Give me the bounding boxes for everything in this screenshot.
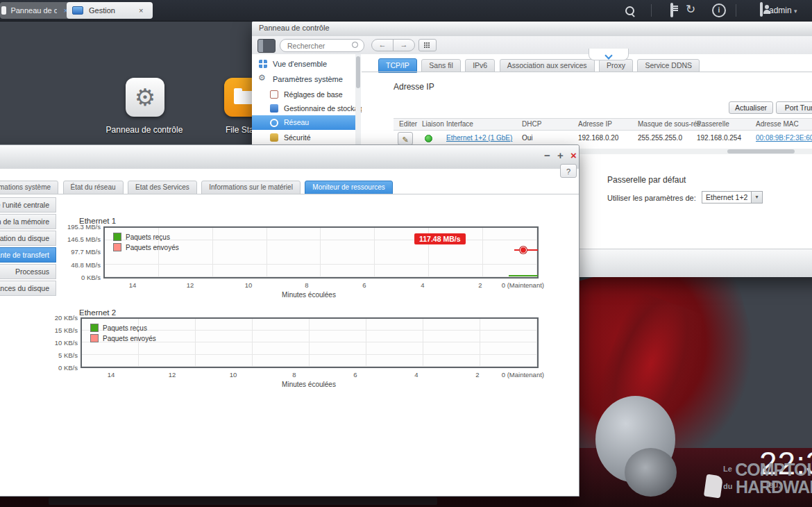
pencil-icon: ✎: [402, 135, 408, 144]
tab-moniteur-ressources[interactable]: Moniteur de ressources: [305, 181, 393, 194]
tab-proxy[interactable]: Proxy: [599, 59, 633, 72]
col-dhcp[interactable]: DHCP: [522, 120, 541, 128]
storage-icon: [270, 104, 278, 113]
sidebar-toggle-button[interactable]: [257, 39, 276, 53]
tab-service-ddns[interactable]: Service DDNS: [637, 59, 700, 72]
sidebar-item-parametres-systeme[interactable]: ⚙ Paramètres système: [252, 72, 356, 86]
rm-sidebar-item-processus[interactable]: Processus: [0, 264, 56, 279]
minimize-button[interactable]: −: [544, 149, 550, 161]
legend-label-envoyes: Paquets envoyés: [126, 244, 179, 251]
user-menu[interactable]: admin ▾: [769, 6, 797, 15]
tab-association-services[interactable]: Association aux services: [500, 59, 595, 72]
chart1-plot-area: Paquets reçus Paquets envoyés 117.48 MB/…: [103, 226, 539, 279]
search-icon[interactable]: [625, 6, 634, 15]
grid-view-button[interactable]: [418, 39, 437, 51]
folder-icon: [234, 91, 253, 104]
port-trunking-button[interactable]: Port Trunking: [776, 101, 812, 114]
rm-sidebar-item-cpu[interactable]: Utilisation de l'unité centrale: [0, 197, 56, 213]
rm-sidebar-item-disque[interactable]: Utilisation du disque: [0, 231, 56, 246]
tab-etat-des-services[interactable]: Etat des Services: [128, 181, 197, 194]
hscrollbar-thumb[interactable]: [727, 149, 795, 153]
sidebar-item-reseau[interactable]: Réseau: [252, 115, 356, 130]
col-adresse-ip[interactable]: Adresse IP: [578, 120, 612, 128]
help-button[interactable]: ?: [560, 164, 577, 178]
interface-link[interactable]: Ethernet 1+2 (1 GbE): [446, 134, 512, 142]
legend-swatch-recus: [90, 324, 99, 332]
chart1-ytick-1: 146.5 MB/s: [58, 236, 101, 243]
chart2-xtick-4: 4: [406, 371, 427, 379]
divider: [736, 4, 736, 17]
search-input[interactable]: [286, 40, 351, 51]
monitor-icon: [72, 6, 83, 15]
chart2-title: Ethernet 2: [79, 308, 116, 317]
sidebar-item-securite[interactable]: Sécurité: [252, 131, 356, 144]
col-editer[interactable]: Editer: [399, 120, 417, 128]
collapse-panel-button[interactable]: [589, 49, 629, 60]
tab-informations-systeme[interactable]: Informations système: [0, 181, 58, 194]
scrollbar-thumb[interactable]: [356, 56, 360, 88]
sync-icon[interactable]: ↻: [686, 2, 695, 17]
close-button[interactable]: ×: [570, 149, 577, 161]
resource-monitor-window: − + × ? Informations système État du rés…: [0, 144, 580, 497]
chart2-ytick-3: 5 KB/s: [35, 352, 78, 359]
select-chevron-button[interactable]: ▾: [751, 192, 762, 203]
control-panel-app-icon[interactable]: ⚙: [126, 78, 164, 117]
window-titlebar[interactable]: Panneau de contrôle: [252, 21, 812, 37]
background-tasks-icon[interactable]: [670, 3, 673, 17]
chart1-xtick-12: 12: [180, 281, 201, 289]
toolbar: ← →: [252, 36, 812, 55]
tab-ipv6[interactable]: IPv6: [465, 59, 495, 72]
tab-tcpip[interactable]: TCP/IP: [378, 58, 417, 73]
col-liaison[interactable]: Liaison: [422, 120, 444, 128]
sidebar-item-gestionnaire-stockage[interactable]: Gestionnaire de stockage: [252, 101, 356, 115]
rm-titlebar[interactable]: − + ×: [0, 145, 579, 169]
rm-tab-divider: [0, 194, 579, 194]
maximize-button[interactable]: +: [557, 149, 564, 161]
taskbar-tab-panneau[interactable]: Panneau de con... ×: [0, 2, 74, 19]
chart2-xtick-14: 14: [101, 371, 121, 379]
taskbar-tab-gestion[interactable]: Gestion ×: [67, 2, 153, 19]
network-wrench-icon: [270, 119, 278, 127]
tcpip-tabbar: TCP/IP Sans fil IPv6 Association aux ser…: [378, 58, 700, 72]
chart2-xtick-6: 6: [345, 371, 366, 379]
rm-sidebar-item-memoire[interactable]: Utilisation de la mémoire: [0, 214, 56, 229]
top-taskbar: Panneau de con... × Gestion × ↻ i admin …: [0, 0, 812, 22]
watermark-prefix2: du: [723, 482, 732, 490]
cell-ip: 192.168.0.20: [578, 134, 618, 142]
close-icon[interactable]: ×: [139, 6, 143, 15]
info-icon[interactable]: i: [712, 3, 726, 17]
tab-divider: [362, 72, 812, 72]
gear-icon: ⚙: [258, 73, 266, 83]
divider: [651, 4, 652, 17]
gear-icon: ⚙: [126, 78, 164, 117]
watermark-line2: HARDWARE: [736, 477, 812, 497]
user-avatar-icon[interactable]: [760, 2, 763, 17]
search-box[interactable]: [280, 39, 364, 52]
col-passerelle[interactable]: Passerelle: [697, 120, 729, 128]
tab-sans-fil[interactable]: Sans fil: [421, 59, 460, 72]
desktop-icon-control-panel[interactable]: ⚙ Panneau de contrôle: [92, 78, 196, 142]
rm-sidebar-item-bande-passante[interactable]: Bande passante de transfert: [0, 247, 56, 263]
edit-button[interactable]: ✎: [398, 132, 413, 145]
sidebar-item-reglages-de-base[interactable]: Réglages de base: [252, 88, 356, 101]
chart1-received-trace: [509, 275, 538, 276]
col-adresse-mac[interactable]: Adresse MAC: [756, 120, 799, 128]
legend-label-recus: Paquets reçus: [126, 233, 170, 241]
sidebar-item-label: Réglages de base: [284, 90, 343, 99]
tab-etat-du-reseau[interactable]: État du réseau: [63, 181, 124, 194]
tab-informations-materiel[interactable]: Informations sur le matériel: [201, 181, 301, 194]
chart1-ytick-4: 0 KB/s: [58, 274, 101, 281]
col-interface[interactable]: Interface: [446, 120, 473, 128]
forward-button[interactable]: →: [393, 39, 415, 51]
search-icon: [352, 42, 358, 48]
rm-body: Informations système État du réseau Etat…: [0, 169, 579, 496]
legend-swatch-envoyes: [90, 334, 99, 342]
window-title: Panneau de contrôle: [259, 24, 330, 32]
sidebar-item-vue-densemble[interactable]: Vue d'ensemble: [252, 57, 356, 71]
rm-sidebar-item-performances[interactable]: Performances du disque: [0, 281, 56, 296]
col-masque[interactable]: Masque de sous-rés..: [638, 120, 704, 128]
mac-link[interactable]: 00:08:9B:F2:3E:60: [756, 134, 812, 142]
refresh-button[interactable]: Actualiser: [729, 101, 773, 114]
back-button[interactable]: ←: [371, 39, 394, 51]
gateway-select[interactable]: Ethernet 1+2 ▾: [702, 191, 763, 203]
